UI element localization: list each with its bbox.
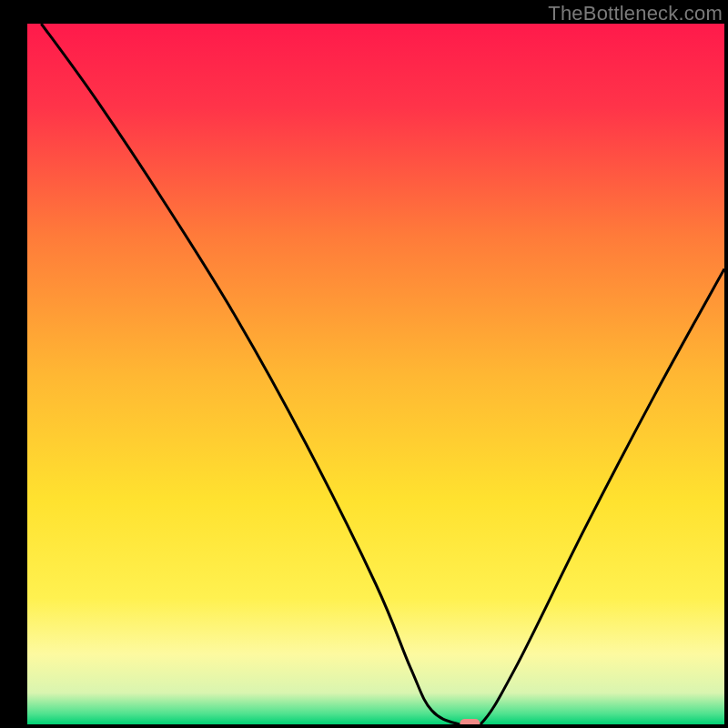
chart-frame: TheBottleneck.com [0,0,728,728]
bottleneck-chart [27,24,724,724]
optimum-marker [460,719,480,724]
plot-area [27,24,724,724]
gradient-background [27,24,724,724]
watermark-text: TheBottleneck.com [548,2,723,25]
